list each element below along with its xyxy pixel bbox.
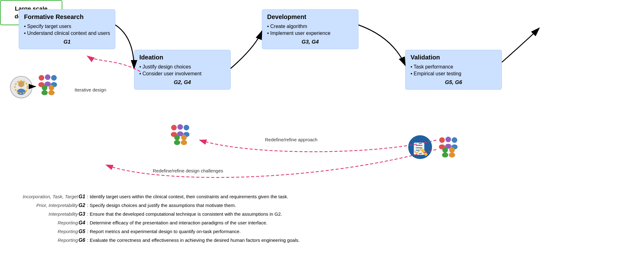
redefine-design-label: Redefine/refine design challenges bbox=[153, 168, 223, 173]
svg-point-37 bbox=[442, 153, 448, 157]
development-title: Development bbox=[267, 13, 353, 21]
legend-prefix: Reporting bbox=[9, 228, 78, 235]
legend-goal: G3 bbox=[79, 210, 85, 218]
people-left-icon bbox=[36, 72, 67, 100]
svg-point-14 bbox=[171, 125, 177, 130]
legend-goal: G2 bbox=[79, 202, 85, 209]
formative-research-box: Formative Research Specify target users … bbox=[19, 9, 115, 49]
development-box: Development Create algorithm Implement u… bbox=[262, 9, 358, 49]
svg-point-13 bbox=[48, 90, 55, 95]
svg-point-32 bbox=[445, 137, 451, 142]
people-right-icon bbox=[436, 134, 468, 162]
legend-description: : Ensure that the developed computationa… bbox=[87, 211, 282, 218]
formative-bullets: Specify target users Understand clinical… bbox=[24, 23, 110, 37]
legend-row: Reporting G6: Evaluate the correctness a… bbox=[9, 237, 633, 244]
formative-bullet-2: Understand clinical context and users bbox=[24, 30, 110, 37]
formative-title: Formative Research bbox=[24, 13, 110, 21]
ideation-goal: G2, G4 bbox=[139, 79, 225, 86]
validation-box: Validation Task performance Empirical us… bbox=[405, 50, 502, 90]
validation-title: Validation bbox=[411, 54, 497, 61]
redefine-approach-label: Redefine/refine approach bbox=[265, 137, 317, 142]
legend-row: Interpretability G3: Ensure that the dev… bbox=[9, 210, 633, 218]
svg-point-8 bbox=[51, 75, 57, 81]
legend-row: Incorporation, Task, Target G1: Identify… bbox=[9, 193, 633, 200]
legend-row: Prior, Interpretability G2: Specify desi… bbox=[9, 202, 633, 209]
legend-prefix: Reporting bbox=[9, 237, 78, 244]
formative-goal: G1 bbox=[24, 39, 110, 45]
svg-point-30 bbox=[439, 137, 445, 143]
svg-point-18 bbox=[184, 125, 189, 130]
development-bullet-1: Create algorithm bbox=[267, 23, 353, 30]
svg-point-22 bbox=[181, 135, 187, 140]
legend-goal: G5 bbox=[79, 228, 85, 235]
svg-point-23 bbox=[181, 140, 187, 145]
diagram-area: Formative Research Specify target users … bbox=[0, 0, 644, 190]
development-bullets: Create algorithm Implement user experien… bbox=[267, 23, 353, 37]
legend-goal: G6 bbox=[79, 237, 85, 244]
svg-rect-25 bbox=[414, 143, 425, 155]
validation-goal: G5, G6 bbox=[411, 79, 497, 86]
checklist-icon bbox=[407, 134, 435, 159]
svg-point-12 bbox=[49, 85, 54, 91]
legend-goal: G4 bbox=[79, 219, 85, 227]
ideation-bullet-1: Justify design choices bbox=[139, 63, 225, 70]
ideation-title: Ideation bbox=[139, 54, 225, 61]
legend-description: : Determine efficacy of the presentation… bbox=[87, 219, 267, 227]
svg-point-38 bbox=[449, 147, 455, 153]
legend-prefix: Reporting bbox=[9, 219, 78, 227]
validation-bullet-2: Empirical user testing bbox=[411, 70, 497, 77]
iterative-design-label: Iterative design bbox=[72, 87, 109, 92]
development-bullet-2: Implement user experience bbox=[267, 30, 353, 37]
legend-row: Reporting G4: Determine efficacy of the … bbox=[9, 219, 633, 227]
legend-description: : Report metrics and experimental design… bbox=[87, 228, 241, 235]
development-goal: G3, G4 bbox=[267, 39, 353, 45]
svg-point-21 bbox=[174, 140, 180, 145]
svg-point-34 bbox=[452, 137, 457, 143]
svg-point-20 bbox=[174, 135, 180, 140]
svg-point-10 bbox=[42, 85, 47, 91]
validation-bullet-1: Task performance bbox=[411, 63, 497, 70]
ideation-bullets: Justify design choices Consider user inv… bbox=[139, 63, 225, 77]
svg-point-4 bbox=[39, 75, 44, 81]
legend-goal: G1 bbox=[79, 193, 85, 200]
validation-bullets: Task performance Empirical user testing bbox=[411, 63, 497, 77]
svg-point-39 bbox=[449, 153, 455, 157]
legend-prefix: Interpretability bbox=[9, 211, 78, 218]
legend-prefix: Incorporation, Task, Target bbox=[9, 193, 78, 200]
svg-point-16 bbox=[177, 124, 183, 130]
legend-row: Reporting G5: Report metrics and experim… bbox=[9, 228, 633, 235]
people-center-icon bbox=[168, 121, 199, 149]
formative-bullet-1: Specify target users bbox=[24, 23, 110, 30]
svg-point-36 bbox=[442, 147, 448, 153]
svg-point-11 bbox=[41, 90, 48, 95]
footer-legend: Incorporation, Task, Target G1: Identify… bbox=[9, 193, 633, 245]
legend-description: : Evaluate the correctness and effective… bbox=[87, 237, 300, 244]
gear-researcher-icon bbox=[9, 75, 34, 100]
legend-description: : Specify design choices and justify the… bbox=[87, 202, 236, 209]
ideation-box: Ideation Justify design choices Consider… bbox=[134, 50, 231, 90]
ideation-bullet-2: Consider user involvement bbox=[139, 70, 225, 77]
legend-description: : Identify target users within the clini… bbox=[87, 193, 288, 200]
legend-prefix: Prior, Interpretability bbox=[9, 202, 78, 209]
svg-point-6 bbox=[45, 74, 50, 80]
